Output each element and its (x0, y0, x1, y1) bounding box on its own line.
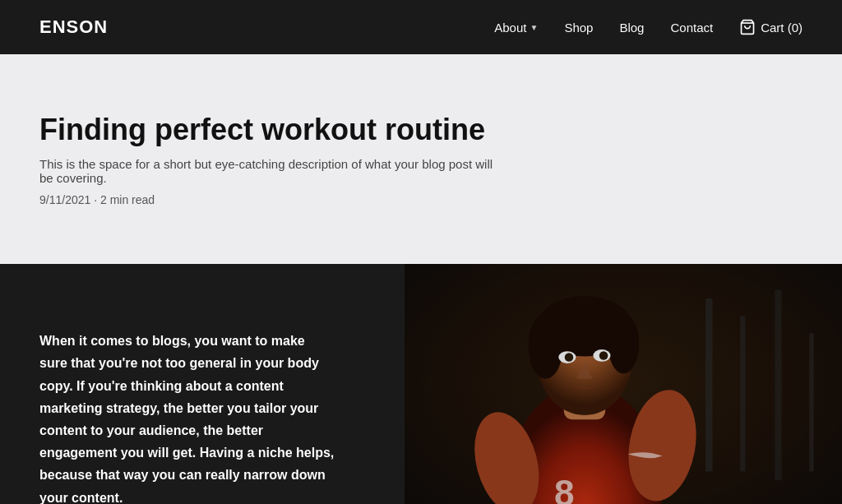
nav-blog[interactable]: Blog (619, 21, 644, 35)
nav-shop[interactable]: Shop (564, 21, 593, 35)
gym-image: 8 (405, 264, 842, 504)
nav-contact[interactable]: Contact (670, 21, 713, 35)
cart-icon (739, 19, 756, 35)
blog-description: This is the space for a short but eye-ca… (39, 157, 500, 185)
blog-header: Finding perfect workout routine This is … (0, 54, 842, 264)
nav-links: About ▼ Shop Blog Contact Cart (0) (494, 19, 803, 35)
svg-rect-20 (405, 264, 842, 504)
nav-about[interactable]: About ▼ (494, 21, 538, 35)
site-logo[interactable]: ENSON (39, 16, 108, 38)
gym-photo-placeholder: 8 (405, 264, 842, 504)
gym-photo-svg: 8 (405, 264, 842, 504)
content-section: When it comes to blogs, you want to make… (0, 264, 842, 504)
blog-title: Finding perfect workout routine (39, 112, 803, 147)
content-text-block: When it comes to blogs, you want to make… (0, 264, 405, 504)
navbar: ENSON About ▼ Shop Blog Contact Cart (0) (0, 0, 842, 54)
blog-meta: 9/11/2021 · 2 min read (39, 193, 803, 206)
body-copy: When it comes to blogs, you want to make… (39, 330, 335, 504)
cart-button[interactable]: Cart (0) (739, 19, 803, 35)
chevron-down-icon: ▼ (530, 23, 538, 32)
